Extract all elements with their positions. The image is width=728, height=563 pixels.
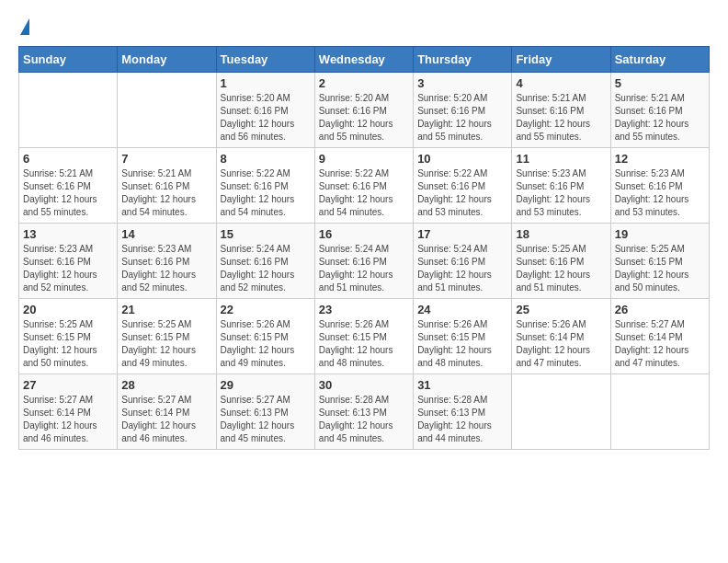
calendar-cell: 19Sunrise: 5:25 AM Sunset: 6:15 PM Dayli… — [610, 224, 709, 299]
calendar-cell: 25Sunrise: 5:26 AM Sunset: 6:14 PM Dayli… — [512, 299, 610, 374]
day-number: 9 — [319, 152, 409, 166]
calendar-cell: 23Sunrise: 5:26 AM Sunset: 6:15 PM Dayli… — [314, 299, 413, 374]
logo-triangle-icon — [20, 18, 29, 35]
calendar-cell: 8Sunrise: 5:22 AM Sunset: 6:16 PM Daylig… — [216, 148, 314, 224]
day-of-week-header: Thursday — [414, 47, 512, 73]
calendar-cell: 20Sunrise: 5:25 AM Sunset: 6:15 PM Dayli… — [19, 299, 118, 374]
day-number: 31 — [417, 378, 507, 392]
day-info: Sunrise: 5:22 AM Sunset: 6:16 PM Dayligh… — [417, 167, 507, 219]
day-number: 19 — [615, 227, 705, 241]
day-info: Sunrise: 5:21 AM Sunset: 6:16 PM Dayligh… — [516, 92, 606, 144]
calendar-cell: 12Sunrise: 5:23 AM Sunset: 6:16 PM Dayli… — [610, 148, 709, 224]
day-of-week-header: Monday — [118, 47, 216, 73]
day-info: Sunrise: 5:27 AM Sunset: 6:14 PM Dayligh… — [121, 394, 211, 445]
day-info: Sunrise: 5:24 AM Sunset: 6:16 PM Dayligh… — [417, 243, 507, 294]
day-number: 30 — [319, 378, 409, 392]
calendar-cell: 18Sunrise: 5:25 AM Sunset: 6:16 PM Dayli… — [512, 224, 610, 299]
day-number: 5 — [615, 76, 705, 90]
day-number: 21 — [121, 303, 211, 316]
calendar-cell: 17Sunrise: 5:24 AM Sunset: 6:16 PM Dayli… — [414, 224, 512, 299]
calendar-cell: 2Sunrise: 5:20 AM Sunset: 6:16 PM Daylig… — [314, 73, 413, 148]
day-info: Sunrise: 5:24 AM Sunset: 6:16 PM Dayligh… — [221, 243, 311, 294]
calendar-cell: 10Sunrise: 5:22 AM Sunset: 6:16 PM Dayli… — [414, 148, 512, 224]
day-number: 8 — [221, 152, 311, 166]
calendar-week-row: 1Sunrise: 5:20 AM Sunset: 6:16 PM Daylig… — [19, 73, 710, 148]
day-number: 27 — [23, 378, 113, 392]
calendar-cell — [610, 374, 709, 450]
day-info: Sunrise: 5:21 AM Sunset: 6:16 PM Dayligh… — [23, 167, 113, 219]
calendar-week-row: 27Sunrise: 5:27 AM Sunset: 6:14 PM Dayli… — [19, 374, 710, 450]
day-info: Sunrise: 5:26 AM Sunset: 6:15 PM Dayligh… — [319, 318, 409, 370]
day-of-week-header: Sunday — [19, 47, 118, 73]
day-info: Sunrise: 5:26 AM Sunset: 6:15 PM Dayligh… — [417, 318, 507, 370]
calendar-cell — [512, 374, 610, 450]
calendar-cell: 14Sunrise: 5:23 AM Sunset: 6:16 PM Dayli… — [118, 224, 216, 299]
day-number: 12 — [615, 152, 705, 166]
calendar-cell: 4Sunrise: 5:21 AM Sunset: 6:16 PM Daylig… — [512, 73, 610, 148]
day-number: 23 — [319, 303, 409, 316]
day-info: Sunrise: 5:21 AM Sunset: 6:16 PM Dayligh… — [121, 167, 211, 219]
calendar-header-row: SundayMondayTuesdayWednesdayThursdayFrid… — [19, 47, 710, 73]
day-of-week-header: Friday — [512, 47, 610, 73]
day-info: Sunrise: 5:25 AM Sunset: 6:15 PM Dayligh… — [121, 318, 211, 370]
day-number: 6 — [23, 152, 113, 166]
day-info: Sunrise: 5:28 AM Sunset: 6:13 PM Dayligh… — [417, 394, 507, 445]
day-of-week-header: Saturday — [610, 47, 709, 73]
day-number: 10 — [417, 152, 507, 166]
calendar-cell: 7Sunrise: 5:21 AM Sunset: 6:16 PM Daylig… — [118, 148, 216, 224]
calendar-cell: 29Sunrise: 5:27 AM Sunset: 6:13 PM Dayli… — [216, 374, 314, 450]
day-number: 14 — [121, 227, 211, 241]
calendar-cell — [118, 73, 216, 148]
calendar-cell: 3Sunrise: 5:20 AM Sunset: 6:16 PM Daylig… — [414, 73, 512, 148]
day-number: 3 — [417, 76, 507, 90]
day-number: 17 — [417, 227, 507, 241]
calendar-cell: 26Sunrise: 5:27 AM Sunset: 6:14 PM Dayli… — [610, 299, 709, 374]
calendar-cell: 30Sunrise: 5:28 AM Sunset: 6:13 PM Dayli… — [314, 374, 413, 450]
day-number: 7 — [121, 152, 211, 166]
calendar-cell: 5Sunrise: 5:21 AM Sunset: 6:16 PM Daylig… — [610, 73, 709, 148]
day-info: Sunrise: 5:23 AM Sunset: 6:16 PM Dayligh… — [121, 243, 211, 294]
calendar-table: SundayMondayTuesdayWednesdayThursdayFrid… — [18, 46, 710, 450]
day-number: 2 — [319, 76, 409, 90]
calendar-cell: 1Sunrise: 5:20 AM Sunset: 6:16 PM Daylig… — [216, 73, 314, 148]
calendar-cell: 16Sunrise: 5:24 AM Sunset: 6:16 PM Dayli… — [314, 224, 413, 299]
day-info: Sunrise: 5:25 AM Sunset: 6:15 PM Dayligh… — [615, 243, 705, 294]
day-of-week-header: Wednesday — [314, 47, 413, 73]
calendar-cell: 22Sunrise: 5:26 AM Sunset: 6:15 PM Dayli… — [216, 299, 314, 374]
day-number: 28 — [121, 378, 211, 392]
day-number: 15 — [221, 227, 311, 241]
day-info: Sunrise: 5:20 AM Sunset: 6:16 PM Dayligh… — [221, 92, 311, 144]
day-number: 1 — [221, 76, 311, 90]
day-number: 16 — [319, 227, 409, 241]
day-number: 11 — [516, 152, 606, 166]
day-number: 18 — [516, 227, 606, 241]
calendar-cell: 21Sunrise: 5:25 AM Sunset: 6:15 PM Dayli… — [118, 299, 216, 374]
day-number: 29 — [221, 378, 311, 392]
day-info: Sunrise: 5:26 AM Sunset: 6:14 PM Dayligh… — [516, 318, 606, 370]
calendar-cell — [19, 73, 118, 148]
day-info: Sunrise: 5:21 AM Sunset: 6:16 PM Dayligh… — [615, 92, 705, 144]
day-number: 24 — [417, 303, 507, 316]
day-number: 13 — [23, 227, 113, 241]
day-info: Sunrise: 5:28 AM Sunset: 6:13 PM Dayligh… — [319, 394, 409, 445]
calendar-week-row: 13Sunrise: 5:23 AM Sunset: 6:16 PM Dayli… — [19, 224, 710, 299]
calendar-cell: 13Sunrise: 5:23 AM Sunset: 6:16 PM Dayli… — [19, 224, 118, 299]
calendar-week-row: 6Sunrise: 5:21 AM Sunset: 6:16 PM Daylig… — [19, 148, 710, 224]
day-number: 4 — [516, 76, 606, 90]
page-header — [18, 18, 710, 37]
logo — [18, 18, 29, 37]
day-of-week-header: Tuesday — [216, 47, 314, 73]
day-number: 20 — [23, 303, 113, 316]
day-info: Sunrise: 5:23 AM Sunset: 6:16 PM Dayligh… — [615, 167, 705, 219]
day-info: Sunrise: 5:26 AM Sunset: 6:15 PM Dayligh… — [221, 318, 311, 370]
calendar-cell: 28Sunrise: 5:27 AM Sunset: 6:14 PM Dayli… — [118, 374, 216, 450]
day-info: Sunrise: 5:20 AM Sunset: 6:16 PM Dayligh… — [417, 92, 507, 144]
day-number: 26 — [615, 303, 705, 316]
calendar-cell: 15Sunrise: 5:24 AM Sunset: 6:16 PM Dayli… — [216, 224, 314, 299]
calendar-cell: 6Sunrise: 5:21 AM Sunset: 6:16 PM Daylig… — [19, 148, 118, 224]
day-info: Sunrise: 5:27 AM Sunset: 6:14 PM Dayligh… — [615, 318, 705, 370]
calendar-cell: 11Sunrise: 5:23 AM Sunset: 6:16 PM Dayli… — [512, 148, 610, 224]
calendar-cell: 24Sunrise: 5:26 AM Sunset: 6:15 PM Dayli… — [414, 299, 512, 374]
calendar-cell: 27Sunrise: 5:27 AM Sunset: 6:14 PM Dayli… — [19, 374, 118, 450]
calendar-cell: 31Sunrise: 5:28 AM Sunset: 6:13 PM Dayli… — [414, 374, 512, 450]
